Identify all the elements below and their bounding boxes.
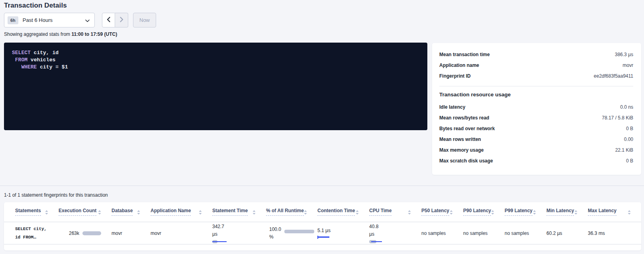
sort-icon (450, 209, 453, 216)
sql-line: WHERE city = $1 (12, 64, 419, 71)
summary-row: Fingerprint ID ee2df683f5aa9411 (439, 70, 633, 81)
p50-latency-cell: no samples (421, 222, 463, 244)
column-header-p99-latency[interactable]: P99 Latency (505, 208, 546, 222)
statement-time-value: 342.7 (212, 223, 224, 231)
sql-line: SELECT city, id (12, 49, 419, 57)
max-latency-value: 36.3 ms (588, 231, 605, 236)
column-header-p90-latency[interactable]: P90 Latency (463, 208, 505, 222)
resource-row-label: Idle latency (439, 104, 465, 110)
runtime-pct-unit: % (269, 233, 274, 241)
resource-row-label: Max scratch disk usage (439, 158, 493, 164)
sort-icon (628, 209, 631, 216)
resource-row-value: 78.17 / 5.8 KiB (602, 115, 633, 121)
resource-row-label: Mean rows written (439, 137, 481, 142)
resource-usage-row: Idle latency 0.0 ns (439, 102, 633, 112)
resource-row-value: 0 B (626, 126, 633, 131)
sort-icon (574, 209, 577, 216)
section-divider (0, 186, 644, 186)
time-range-dropdown[interactable]: 6h Past 6 Hours (4, 13, 95, 27)
column-header-p50-latency[interactable]: P50 Latency (421, 208, 463, 222)
statements-table-header: Statements Execution Count Database Appl… (4, 202, 641, 222)
summary-row-value: ee2df683f5aa9411 (594, 73, 633, 79)
prev-range-button[interactable] (102, 13, 115, 27)
runtime-pct-bar (284, 230, 314, 233)
p99-latency-cell: no samples (505, 222, 546, 244)
sql-keyword: WHERE (21, 64, 37, 70)
p99-latency-value: no samples (505, 231, 529, 236)
chevron-left-icon (107, 17, 110, 23)
resource-usage-row: Max scratch disk usage 0 B (439, 155, 633, 166)
time-controls: 6h Past 6 Hours Now (4, 13, 156, 27)
statement-time-unit: µs (212, 231, 217, 238)
sql-line: FROM vehicles (12, 57, 419, 64)
aggregated-stats-caption: Showing aggregated stats from 11:00 to 1… (4, 31, 117, 37)
sort-icon (98, 209, 101, 216)
next-range-button[interactable] (115, 13, 128, 27)
column-header-runtime-pct[interactable]: % of All Runtime (266, 208, 317, 222)
summary-rows: Mean transaction time 386.3 µs Applicati… (439, 49, 633, 81)
column-header-statement-time[interactable]: Statement Time (212, 208, 266, 222)
card-divider (439, 86, 633, 86)
resource-usage-row: Bytes read over network 0 B (439, 123, 633, 134)
resource-usage-title: Transaction resource usage (439, 92, 633, 98)
summary-row-label: Application name (439, 63, 479, 68)
statement-link[interactable]: SELECT city,id FROM… (15, 225, 47, 242)
column-header-max-latency[interactable]: Max Latency (588, 208, 641, 222)
p90-latency-cell: no samples (463, 222, 505, 244)
statement-row: SELECT city,id FROM… 263k movr movr 342.… (4, 222, 641, 244)
summary-row: Mean transaction time 386.3 µs (439, 49, 633, 60)
resource-row-value: 0.0 ns (620, 104, 633, 110)
resource-usage-row: Max memory usage 22.1 KiB (439, 145, 633, 155)
time-range-arrows (102, 13, 128, 27)
chevron-right-icon (120, 17, 123, 23)
sort-icon (304, 209, 307, 216)
column-header-application-name[interactable]: Application Name (151, 208, 212, 222)
sort-icon (533, 209, 536, 216)
column-header-database[interactable]: Database (112, 208, 151, 222)
summary-row: Application name movr (439, 60, 633, 70)
resource-usage-row: Mean rows written 0.00 (439, 134, 633, 145)
execution-count-bar (82, 231, 101, 235)
transaction-summary-card: Mean transaction time 386.3 µs Applicati… (432, 43, 641, 175)
statement-count-caption: 1-1 of 1 statement fingerprints for this… (4, 192, 108, 198)
resource-row-value: 22.1 KiB (615, 147, 633, 153)
sort-icon (408, 209, 411, 216)
transaction-details-page: Transaction Details 6h Past 6 Hours Now … (0, 0, 644, 254)
runtime-pct-cell: 100.0% (266, 222, 317, 244)
sort-icon (491, 209, 494, 216)
sort-icon (199, 209, 202, 216)
statements-table: Statements Execution Count Database Appl… (4, 202, 641, 250)
caption-range: 11:00 to 17:59 (UTC) (71, 31, 117, 37)
sort-icon (45, 209, 48, 216)
resource-row-value: 0.00 (624, 137, 633, 142)
summary-row-value: 386.3 µs (615, 52, 633, 57)
column-header-cpu-time[interactable]: CPU Time (369, 208, 421, 222)
sort-icon (356, 209, 359, 216)
p50-latency-value: no samples (421, 231, 446, 236)
column-header-contention-time[interactable]: Contention Time (317, 208, 369, 222)
cpu-time-cell: 40.8µs (369, 222, 421, 244)
p90-latency-value: no samples (463, 231, 487, 236)
column-header-min-latency[interactable]: Min Latency (546, 208, 588, 222)
cpu-time-unit: µs (369, 231, 374, 238)
statement-time-bar (212, 240, 228, 243)
execution-count-value: 263k (69, 231, 79, 236)
chevron-down-icon (85, 17, 90, 24)
runtime-pct-value: 100.0 (269, 226, 281, 233)
sort-icon (253, 209, 256, 216)
sql-keyword: SELECT (12, 50, 31, 56)
statement-time-cell: 342.7µs (212, 222, 266, 244)
database-value: movr (112, 231, 122, 236)
resource-row-label: Mean rows/bytes read (439, 115, 489, 121)
now-button[interactable]: Now (133, 13, 156, 27)
time-range-label: Past 6 Hours (23, 17, 85, 23)
resource-usage-rows: Idle latency 0.0 ns Mean rows/bytes read… (439, 102, 633, 166)
summary-row-value: movr (622, 63, 633, 68)
column-header-execution-count[interactable]: Execution Count (59, 208, 112, 222)
resource-row-label: Max memory usage (439, 147, 483, 153)
min-latency-value: 60.2 µs (546, 231, 562, 236)
column-header-statements[interactable]: Statements (15, 208, 59, 222)
execution-count-cell: 263k (59, 222, 112, 244)
contention-time-value: 5.1 µs (317, 228, 331, 233)
cpu-time-value: 40.8 (369, 223, 378, 231)
